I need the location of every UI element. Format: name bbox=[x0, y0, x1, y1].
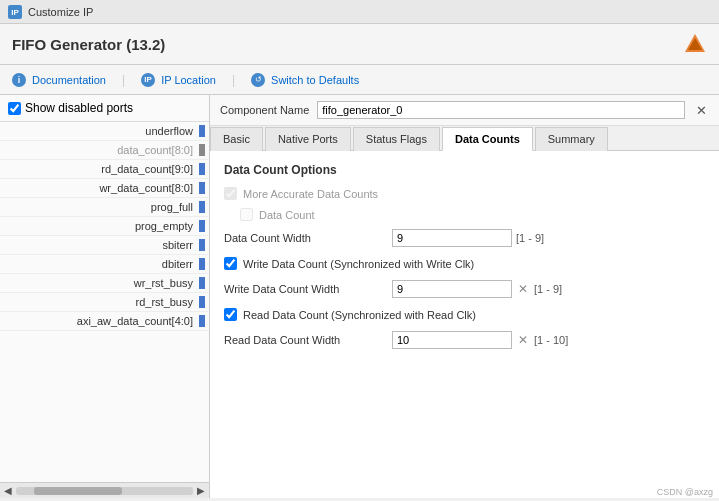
h-scrollbar-thumb[interactable] bbox=[34, 487, 123, 495]
port-bar bbox=[199, 277, 205, 289]
read-data-count-width-row: Read Data Count Width ✕ [1 - 10] bbox=[224, 331, 705, 349]
scroll-right-arrow[interactable]: ▶ bbox=[197, 485, 205, 496]
svg-text:IP: IP bbox=[11, 8, 19, 17]
list-item: wr_data_count[8:0] bbox=[0, 179, 209, 198]
list-item: dbiterr bbox=[0, 255, 209, 274]
component-name-label: Component Name bbox=[220, 104, 309, 116]
read-data-count-label: Read Data Count (Synchronized with Read … bbox=[243, 309, 476, 321]
data-count-width-row: Data Count Width [1 - 9] bbox=[224, 229, 705, 247]
section-title: Data Count Options bbox=[224, 163, 705, 177]
tab-basic[interactable]: Basic bbox=[210, 127, 263, 151]
switch-icon: ↺ bbox=[251, 73, 265, 87]
port-name: wr_rst_busy bbox=[134, 277, 193, 289]
port-name: rd_rst_busy bbox=[136, 296, 193, 308]
tab-native-ports[interactable]: Native Ports bbox=[265, 127, 351, 151]
ip-location-button[interactable]: IP IP Location bbox=[141, 73, 216, 87]
switch-defaults-button[interactable]: ↺ Switch to Defaults bbox=[251, 73, 359, 87]
read-data-count-width-range: [1 - 10] bbox=[534, 334, 568, 346]
port-bar bbox=[199, 182, 205, 194]
read-data-count-width-input[interactable] bbox=[392, 331, 512, 349]
port-bar bbox=[199, 239, 205, 251]
write-data-count-width-row: Write Data Count Width ✕ [1 - 9] bbox=[224, 280, 705, 298]
data-count-label: Data Count bbox=[259, 209, 315, 221]
data-count-width-group: [1 - 9] bbox=[392, 229, 544, 247]
content-area: Show disabled ports underflow data_count… bbox=[0, 95, 719, 498]
port-bar bbox=[199, 258, 205, 270]
ip-location-icon: IP bbox=[141, 73, 155, 87]
list-item: underflow bbox=[0, 122, 209, 141]
component-name-input[interactable] bbox=[317, 101, 685, 119]
show-disabled-checkbox[interactable] bbox=[8, 102, 21, 115]
scroll-left-arrow[interactable]: ◀ bbox=[4, 485, 12, 496]
switch-defaults-label: Switch to Defaults bbox=[271, 74, 359, 86]
ip-location-label: IP Location bbox=[161, 74, 216, 86]
write-data-count-width-range: [1 - 9] bbox=[534, 283, 562, 295]
data-count-width-input[interactable] bbox=[392, 229, 512, 247]
more-accurate-checkbox[interactable] bbox=[224, 187, 237, 200]
right-panel: Component Name ✕ Basic Native Ports Stat… bbox=[210, 95, 719, 498]
port-bar bbox=[199, 201, 205, 213]
write-data-count-width-group: ✕ [1 - 9] bbox=[392, 280, 562, 298]
list-item: prog_full bbox=[0, 198, 209, 217]
title-bar-text: Customize IP bbox=[28, 6, 93, 18]
bottom-nav: ◀ ▶ bbox=[0, 482, 209, 498]
toolbar: i Documentation | IP IP Location | ↺ Swi… bbox=[0, 65, 719, 95]
main-title: FIFO Generator (13.2) bbox=[12, 36, 165, 53]
port-bar bbox=[199, 144, 205, 156]
port-bar bbox=[199, 125, 205, 137]
port-name: wr_data_count[8:0] bbox=[99, 182, 193, 194]
tabs-bar: Basic Native Ports Status Flags Data Cou… bbox=[210, 126, 719, 151]
documentation-button[interactable]: i Documentation bbox=[12, 73, 106, 87]
port-bar bbox=[199, 220, 205, 232]
port-list: underflow data_count[8:0] rd_data_count[… bbox=[0, 122, 209, 482]
left-panel: Show disabled ports underflow data_count… bbox=[0, 95, 210, 498]
more-accurate-label: More Accurate Data Counts bbox=[243, 188, 378, 200]
title-bar: IP Customize IP bbox=[0, 0, 719, 24]
read-data-count-checkbox[interactable] bbox=[224, 308, 237, 321]
info-icon: i bbox=[12, 73, 26, 87]
list-item: wr_rst_busy bbox=[0, 274, 209, 293]
tab-content-data-counts: Data Count Options More Accurate Data Co… bbox=[210, 151, 719, 498]
port-name: underflow bbox=[145, 125, 193, 137]
list-item: rd_rst_busy bbox=[0, 293, 209, 312]
data-count-checkbox[interactable] bbox=[240, 208, 253, 221]
main-header: FIFO Generator (13.2) bbox=[0, 24, 719, 65]
list-item: rd_data_count[9:0] bbox=[0, 160, 209, 179]
port-name: prog_full bbox=[151, 201, 193, 213]
documentation-label: Documentation bbox=[32, 74, 106, 86]
port-name: sbiterr bbox=[162, 239, 193, 251]
port-name: prog_empty bbox=[135, 220, 193, 232]
tab-summary[interactable]: Summary bbox=[535, 127, 608, 151]
data-count-width-label: Data Count Width bbox=[224, 232, 384, 244]
port-bar bbox=[199, 163, 205, 175]
port-name: data_count[8:0] bbox=[117, 144, 193, 156]
write-data-count-width-label: Write Data Count Width bbox=[224, 283, 384, 295]
data-count-width-range: [1 - 9] bbox=[516, 232, 544, 244]
port-bar bbox=[199, 315, 205, 327]
show-disabled-header: Show disabled ports bbox=[0, 95, 209, 122]
write-count-clear-button[interactable]: ✕ bbox=[516, 282, 530, 296]
read-count-clear-button[interactable]: ✕ bbox=[516, 333, 530, 347]
read-data-count-width-group: ✕ [1 - 10] bbox=[392, 331, 568, 349]
write-data-count-checkbox[interactable] bbox=[224, 257, 237, 270]
read-data-count-width-label: Read Data Count Width bbox=[224, 334, 384, 346]
more-accurate-row: More Accurate Data Counts bbox=[224, 187, 705, 200]
write-data-count-row: Write Data Count (Synchronized with Writ… bbox=[224, 257, 705, 270]
reset-component-name-button[interactable]: ✕ bbox=[693, 102, 709, 118]
list-item: sbiterr bbox=[0, 236, 209, 255]
read-data-count-row: Read Data Count (Synchronized with Read … bbox=[224, 308, 705, 321]
tab-status-flags[interactable]: Status Flags bbox=[353, 127, 440, 151]
data-count-row: Data Count bbox=[240, 208, 705, 221]
port-name: axi_aw_data_count[4:0] bbox=[77, 315, 193, 327]
port-bar bbox=[199, 296, 205, 308]
component-name-bar: Component Name ✕ bbox=[210, 95, 719, 126]
write-data-count-width-input[interactable] bbox=[392, 280, 512, 298]
write-data-count-label: Write Data Count (Synchronized with Writ… bbox=[243, 258, 474, 270]
watermark: CSDN @axzg bbox=[657, 487, 713, 497]
customize-ip-icon: IP bbox=[8, 5, 22, 19]
port-name: rd_data_count[9:0] bbox=[101, 163, 193, 175]
tab-data-counts[interactable]: Data Counts bbox=[442, 127, 533, 151]
xilinx-logo bbox=[683, 32, 707, 56]
list-item: axi_aw_data_count[4:0] bbox=[0, 312, 209, 331]
port-name: dbiterr bbox=[162, 258, 193, 270]
